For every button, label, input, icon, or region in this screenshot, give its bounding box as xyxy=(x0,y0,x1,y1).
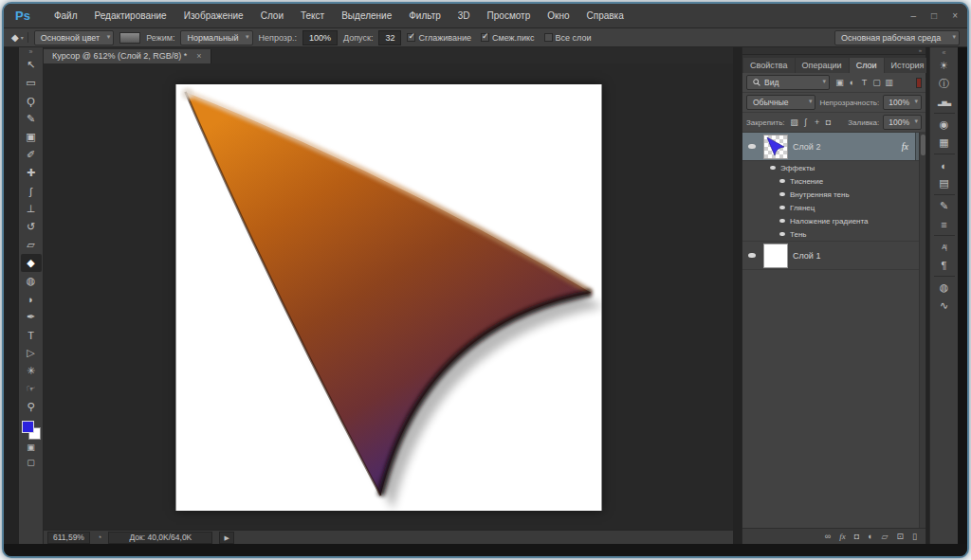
layer-thumbnail[interactable] xyxy=(763,244,788,268)
swatches-panel-icon[interactable]: ▦ xyxy=(932,134,957,152)
pattern-swatch[interactable] xyxy=(119,32,140,44)
layer-thumbnail[interactable] xyxy=(763,135,788,159)
character-panel-icon[interactable]: A| xyxy=(932,238,957,256)
visibility-eye-icon[interactable] xyxy=(745,250,759,262)
minimize-button[interactable]: – xyxy=(911,10,917,21)
paths-panel-icon[interactable]: ∿ xyxy=(932,297,957,315)
crop-tool[interactable]: ▣ xyxy=(21,128,42,146)
type-tool[interactable]: T xyxy=(21,326,42,344)
move-tool[interactable]: ↖ xyxy=(21,56,42,74)
status-popup-arrow-icon[interactable]: ▶ xyxy=(219,532,233,544)
close-icon[interactable]: × xyxy=(196,51,201,61)
visibility-eye-icon[interactable] xyxy=(777,215,787,226)
menu-item-Фильтр[interactable]: Фильтр xyxy=(400,10,449,21)
dodge-tool[interactable]: ◗ xyxy=(21,290,42,308)
filter-type-layers-icon[interactable]: T xyxy=(858,78,870,87)
lock-position-icon[interactable]: + xyxy=(812,117,823,127)
effect-row-Внутренняя тень[interactable]: Внутренняя тень xyxy=(742,188,925,201)
link-layers-icon[interactable]: ∞ xyxy=(825,532,831,541)
scrollbar-thumb[interactable] xyxy=(921,135,925,155)
menu-item-Справка[interactable]: Справка xyxy=(578,10,632,21)
shape-tool[interactable]: ✳ xyxy=(21,362,42,380)
panel-opacity-value[interactable]: 100% xyxy=(883,95,922,110)
effect-row-Тень[interactable]: Тень xyxy=(742,227,925,241)
new-layer-icon[interactable]: ⊡ xyxy=(897,532,905,541)
panel-tab-Слои[interactable]: Слои xyxy=(850,58,884,73)
group-layers-icon[interactable]: ▱ xyxy=(882,532,889,541)
layers-scrollbar[interactable] xyxy=(919,133,925,528)
brush-presets-panel-icon[interactable]: ≡ xyxy=(932,215,957,233)
effect-row-Тиснение[interactable]: Тиснение xyxy=(742,174,925,188)
checkbox-box[interactable] xyxy=(407,33,415,42)
filter-shape-layers-icon[interactable]: ▢ xyxy=(870,78,883,87)
checkbox-Смеж.пикс[interactable]: Смеж.пикс xyxy=(481,33,535,43)
quick-mask-icon[interactable]: ▣ xyxy=(21,440,42,455)
marquee-tool[interactable]: ▭ xyxy=(21,74,42,92)
menu-item-Окно[interactable]: Окно xyxy=(539,10,577,21)
filter-adjustment-layers-icon[interactable]: ◐ xyxy=(846,78,858,87)
filter-toggle-switch[interactable] xyxy=(916,78,922,88)
filter-kind-select[interactable]: Вид xyxy=(746,75,830,90)
menu-item-Текст[interactable]: Текст xyxy=(292,10,333,21)
styles-panel-icon[interactable]: ▤ xyxy=(932,174,957,192)
visibility-eye-icon[interactable] xyxy=(767,162,778,173)
healing-brush-tool[interactable]: ✚ xyxy=(21,164,42,182)
menu-item-Файл[interactable]: Файл xyxy=(46,10,86,21)
document-tab[interactable]: Курсор @ 612% (Слой 2, RGB/8) * × xyxy=(44,49,211,63)
menu-item-Редактирование[interactable]: Редактирование xyxy=(86,10,175,21)
menu-item-Выделение[interactable]: Выделение xyxy=(333,10,400,21)
visibility-eye-icon[interactable] xyxy=(745,141,759,153)
lock-all-icon[interactable]: ◘ xyxy=(823,117,834,127)
effect-row-Наложение градиента[interactable]: Наложение градиента xyxy=(742,214,925,227)
workspace-select[interactable]: Основная рабочая среда xyxy=(834,30,960,45)
path-selection-tool[interactable]: ▷ xyxy=(21,344,42,362)
clone-stamp-tool[interactable]: ⊥ xyxy=(21,200,42,218)
checkbox-box[interactable] xyxy=(544,33,553,42)
hand-tool[interactable]: ☞ xyxy=(21,380,42,398)
effect-row-Глянец[interactable]: Глянец xyxy=(742,201,925,214)
filter-smart-objects-icon[interactable]: ▥ xyxy=(883,78,895,87)
checkbox-Сглаживание[interactable]: Сглаживание xyxy=(407,33,471,43)
menu-item-3D[interactable]: 3D xyxy=(449,10,479,21)
color-panel-icon[interactable]: ◉ xyxy=(932,116,957,134)
toolbar-collapse-icon[interactable]: » xyxy=(29,48,33,56)
history-brush-tool[interactable]: ↺ xyxy=(21,218,42,236)
visibility-eye-icon[interactable] xyxy=(777,189,787,200)
adjustment-layers-panel-icon[interactable]: ◐ xyxy=(932,156,957,174)
eyedropper-tool[interactable]: ✐ xyxy=(21,146,42,164)
lock-transparency-icon[interactable]: ▨ xyxy=(789,117,800,127)
adjustment-layer-icon[interactable]: ◐ xyxy=(868,532,872,541)
filter-pixel-layers-icon[interactable]: ▣ xyxy=(834,78,846,87)
dock-collapse-icon[interactable]: » xyxy=(742,47,925,55)
strip-expand-icon[interactable]: « xyxy=(943,48,946,57)
effect-row-Эффекты[interactable]: Эффекты xyxy=(742,161,925,174)
zoom-tool[interactable]: ⚲ xyxy=(21,398,42,416)
layer-row-2[interactable]: Слой 2 fx ▴ xyxy=(742,133,925,161)
zoom-level-field[interactable]: 611,59% xyxy=(47,532,90,544)
checkbox-box[interactable] xyxy=(481,33,489,42)
delete-layer-icon[interactable]: ▯ xyxy=(912,532,917,541)
menu-item-Изображение[interactable]: Изображение xyxy=(175,10,252,21)
lock-paint-icon[interactable]: ʃ xyxy=(800,117,812,127)
close-button[interactable]: × xyxy=(952,10,958,21)
pen-tool[interactable]: ✒ xyxy=(21,308,42,326)
layer-style-icon[interactable]: fx xyxy=(839,532,846,541)
menu-item-Слои[interactable]: Слои xyxy=(252,10,292,21)
tool-preset-picker[interactable]: ◆ ▾ xyxy=(11,32,28,43)
tolerance-input[interactable]: 32 xyxy=(378,30,401,45)
opacity-value[interactable]: 100% xyxy=(302,30,338,45)
histogram-panel-icon[interactable]: ▂▅▃ xyxy=(932,93,957,111)
visibility-eye-icon[interactable] xyxy=(777,175,787,187)
mode-select[interactable]: Нормальный xyxy=(180,30,252,45)
adjustments-panel-icon[interactable]: ☀ xyxy=(932,57,957,75)
panel-tab-История[interactable]: История xyxy=(885,58,931,73)
foreground-color-swatch[interactable] xyxy=(22,421,34,433)
paragraph-panel-icon[interactable]: ¶ xyxy=(932,256,957,274)
brush-panel-icon[interactable]: ✎ xyxy=(932,197,957,215)
maximize-button[interactable]: □ xyxy=(931,10,937,21)
blend-mode-select[interactable]: Обычные xyxy=(746,95,815,110)
masks-panel-icon[interactable]: ◍ xyxy=(932,279,957,297)
fill-value[interactable]: 100% xyxy=(883,115,922,130)
blur-tool[interactable]: ◍ xyxy=(21,272,42,290)
layer-row-1[interactable]: Слой 1 xyxy=(742,242,925,270)
